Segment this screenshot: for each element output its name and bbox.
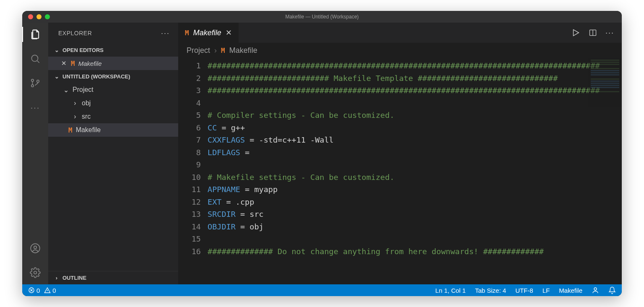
language-mode[interactable]: Makefile xyxy=(559,287,582,294)
chevron-right-icon: › xyxy=(214,46,217,55)
open-editor-item[interactable]: ✕ M Makefile xyxy=(48,57,178,70)
line-gutter: 12345678910111213141516 xyxy=(178,58,208,284)
status-bar: 0 0 Ln 1, Col 1 Tab Size: 4 UTF-8 LF Mak… xyxy=(22,284,622,296)
makefile-icon: M xyxy=(185,29,189,37)
search-activity[interactable] xyxy=(29,53,41,65)
editor-more-button[interactable]: ··· xyxy=(605,29,614,37)
chevron-right-icon: › xyxy=(53,275,60,281)
sidebar-header: EXPLORER ··· xyxy=(48,23,178,44)
bell-icon xyxy=(608,286,616,294)
breadcrumb-part[interactable]: Project xyxy=(187,46,210,55)
tree-label: src xyxy=(82,113,91,120)
branch-icon xyxy=(30,78,41,88)
sidebar-more-button[interactable]: ··· xyxy=(161,29,170,38)
tree-label: Makefile xyxy=(76,126,101,134)
search-icon xyxy=(30,53,41,64)
warnings-count: 0 xyxy=(52,287,56,294)
svg-point-3 xyxy=(37,80,39,82)
errors-indicator[interactable]: 0 xyxy=(28,287,40,294)
error-icon xyxy=(28,287,35,294)
tree-label: Project xyxy=(73,86,93,94)
open-editors-section[interactable]: ⌄ OPEN EDITORS xyxy=(48,44,178,57)
svg-point-9 xyxy=(594,288,597,290)
close-tab-button[interactable]: ✕ xyxy=(226,28,232,37)
window-controls xyxy=(22,14,50,19)
activity-bar: ··· xyxy=(22,23,48,284)
tree-folder[interactable]: › src xyxy=(48,110,178,123)
accounts-activity[interactable] xyxy=(29,242,41,254)
more-activity[interactable]: ··· xyxy=(29,101,41,113)
feedback-button[interactable] xyxy=(592,286,599,294)
svg-point-5 xyxy=(34,246,37,249)
main-body: ··· EXPLORER ··· ⌄ OPEN EDITORS ✕ M Make… xyxy=(22,23,622,284)
source-control-activity[interactable] xyxy=(29,77,41,89)
gear-icon xyxy=(30,267,41,278)
chevron-down-icon: ⌄ xyxy=(53,47,60,53)
explorer-activity[interactable] xyxy=(29,29,41,40)
tree-label: obj xyxy=(82,99,91,107)
makefile-icon: M xyxy=(221,47,225,55)
makefile-icon: M xyxy=(71,60,75,68)
svg-point-4 xyxy=(31,244,40,253)
tab-bar: M Makefile ✕ ··· xyxy=(178,23,622,43)
feedback-icon xyxy=(592,286,599,294)
section-label: UNTITLED (WORKSPACE) xyxy=(62,73,130,80)
warning-icon xyxy=(44,287,51,294)
zoom-window-button[interactable] xyxy=(45,14,50,19)
titlebar: Makefile — Untitled (Workspace) xyxy=(22,11,622,23)
editor-area: M Makefile ✕ ··· Project › M xyxy=(178,23,622,284)
app-window: Makefile — Untitled (Workspace) ··· xyxy=(22,11,622,296)
svg-point-2 xyxy=(31,85,34,87)
minimap[interactable] xyxy=(588,58,622,284)
workspace-section[interactable]: ⌄ UNTITLED (WORKSPACE) xyxy=(48,70,178,83)
code-content[interactable]: ########################################… xyxy=(208,58,622,284)
run-button[interactable] xyxy=(571,28,580,37)
sidebar: EXPLORER ··· ⌄ OPEN EDITORS ✕ M Makefile… xyxy=(48,23,178,284)
section-label: OUTLINE xyxy=(62,275,86,281)
play-icon xyxy=(571,28,580,37)
tree-file[interactable]: M Makefile xyxy=(48,123,178,137)
tab-makefile[interactable]: M Makefile ✕ xyxy=(178,23,239,43)
open-editor-label: Makefile xyxy=(78,60,102,67)
settings-activity[interactable] xyxy=(29,267,41,278)
files-icon xyxy=(29,29,41,40)
warnings-indicator[interactable]: 0 xyxy=(44,287,56,294)
minimize-window-button[interactable] xyxy=(36,14,42,19)
code-editor[interactable]: 12345678910111213141516 ################… xyxy=(178,58,622,284)
svg-point-6 xyxy=(34,271,37,274)
cursor-position[interactable]: Ln 1, Col 1 xyxy=(435,287,466,294)
errors-count: 0 xyxy=(36,287,40,294)
split-editor-button[interactable] xyxy=(589,29,597,37)
svg-point-0 xyxy=(31,55,38,61)
editor-actions: ··· xyxy=(571,23,622,43)
outline-section[interactable]: › OUTLINE xyxy=(48,271,178,284)
sidebar-title: EXPLORER xyxy=(58,30,92,36)
split-icon xyxy=(589,29,597,37)
close-window-button[interactable] xyxy=(28,14,33,19)
svg-point-1 xyxy=(31,79,34,81)
tab-label: Makefile xyxy=(193,29,221,37)
encoding[interactable]: UTF-8 xyxy=(515,287,533,294)
breadcrumb-part[interactable]: Makefile xyxy=(229,46,257,55)
tree-folder[interactable]: › obj xyxy=(48,96,178,110)
chevron-right-icon: › xyxy=(72,113,78,120)
chevron-right-icon: › xyxy=(72,99,78,107)
notifications-button[interactable] xyxy=(608,286,616,294)
breadcrumbs[interactable]: Project › M Makefile xyxy=(178,43,622,58)
makefile-icon: M xyxy=(68,126,73,134)
eol[interactable]: LF xyxy=(543,287,550,294)
tree-folder-root[interactable]: ⌄ Project xyxy=(48,83,178,96)
chevron-down-icon: ⌄ xyxy=(53,73,60,80)
window-title: Makefile — Untitled (Workspace) xyxy=(285,14,358,20)
tab-size[interactable]: Tab Size: 4 xyxy=(475,287,506,294)
section-label: OPEN EDITORS xyxy=(62,47,104,53)
close-editor-button[interactable]: ✕ xyxy=(60,60,68,67)
chevron-down-icon: ⌄ xyxy=(62,86,69,94)
account-icon xyxy=(30,243,41,254)
